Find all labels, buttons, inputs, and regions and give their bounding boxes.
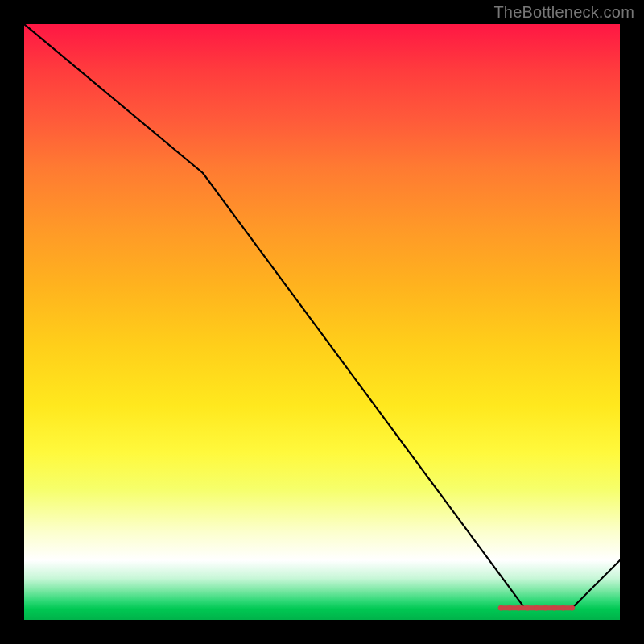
highlight-dot xyxy=(570,605,576,611)
highlight-dot xyxy=(525,605,530,611)
curve-layer xyxy=(24,24,620,620)
chart-container: TheBottleneck.com xyxy=(0,0,644,644)
highlight-dot xyxy=(516,605,522,611)
watermark-text: TheBottleneck.com xyxy=(493,3,634,22)
highlight-dot xyxy=(551,605,557,611)
highlight-dot xyxy=(498,605,504,611)
plot-area xyxy=(24,24,620,620)
highlight-dots xyxy=(498,605,575,611)
highlight-dot xyxy=(534,605,539,611)
highlight-dot xyxy=(507,605,513,611)
highlight-dot xyxy=(560,605,566,611)
bottleneck-curve xyxy=(24,24,620,608)
highlight-dot xyxy=(543,605,548,611)
